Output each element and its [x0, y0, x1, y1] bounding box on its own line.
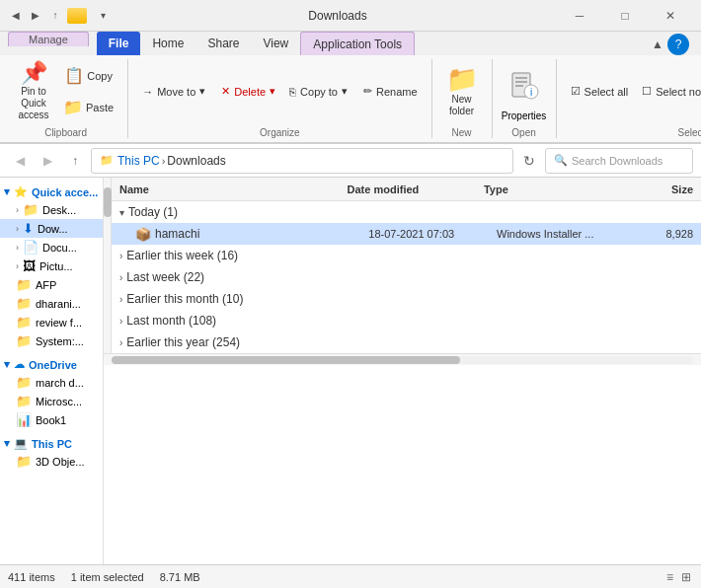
svg-text:i: i — [529, 87, 531, 98]
up-icon[interactable]: ↑ — [47, 8, 63, 24]
folder-icon: 📁 — [16, 375, 32, 390]
group-earlier-month[interactable]: › Earlier this month (10) — [112, 288, 701, 310]
sidebar-item-pictures[interactable]: › 🖼 Pictu... — [0, 257, 103, 275]
organize-row1: → Move to ▾ ✕ Delete ▾ — [136, 82, 281, 101]
properties-button[interactable]: i — [501, 61, 548, 109]
window-controls: ─ □ ✕ — [557, 0, 693, 32]
group-arrow: › — [119, 272, 122, 283]
sidebar-item-3dobjects[interactable]: 📁 3D Obje... — [0, 452, 103, 471]
path-current: Downloads — [167, 154, 225, 168]
copy-paste-group: 📋 Copy 📁 Paste — [57, 61, 119, 122]
col-header-date[interactable]: Date modified — [348, 184, 484, 195]
open-group-label: Open — [501, 125, 548, 138]
group-earlier-year-label: Earlier this year (254) — [126, 335, 240, 349]
excel-icon: 📊 — [16, 412, 32, 427]
close-button[interactable]: ✕ — [648, 0, 693, 32]
sidebar: ▾ ⭐ Quick acce... › 📁 Desk... › ⬇ Dow...… — [0, 178, 104, 564]
ribbon-tab-bar: Manage File Home Share View Application … — [0, 32, 701, 55]
forward-button[interactable]: ▶ — [36, 149, 59, 173]
sidebar-item-review[interactable]: 📁 review f... — [0, 313, 103, 331]
new-folder-label: Newfolder — [449, 94, 474, 117]
ribbon-group-organize: → Move to ▾ ✕ Delete ▾ ⎘ Copy to ▾ ✏ — [132, 59, 431, 138]
delete-button[interactable]: ✕ Delete ▾ — [215, 82, 281, 101]
h-scrollbar-thumb[interactable] — [112, 356, 460, 364]
path-separator: › — [162, 155, 166, 167]
tab-share[interactable]: Share — [195, 32, 251, 55]
status-bar: 411 items 1 item selected 8.71 MB ≡ ⊞ — [0, 564, 701, 588]
status-right: ≡ ⊞ — [664, 568, 693, 586]
copy-to-button[interactable]: ⎘ Copy to ▾ — [283, 82, 353, 101]
sidebar-item-microsoft[interactable]: 📁 Microsc... — [0, 392, 103, 410]
pin-to-quick-access-button[interactable]: 📌 Pin to Quickaccess — [12, 60, 55, 123]
search-placeholder: Search Downloads — [572, 155, 662, 167]
tab-application-tools[interactable]: Application Tools — [300, 32, 415, 55]
group-last-month[interactable]: › Last month (108) — [112, 310, 701, 331]
sidebar-item-system[interactable]: 📁 System:... — [0, 331, 103, 350]
search-box[interactable]: 🔍 Search Downloads — [545, 148, 693, 174]
group-earlier-year[interactable]: › Earlier this year (254) — [112, 331, 701, 353]
folder-icon: 📁 — [16, 277, 32, 292]
moveto-label: Move to — [157, 86, 195, 98]
tab-file[interactable]: File — [97, 32, 141, 55]
paste-button[interactable]: 📁 Paste — [57, 93, 119, 122]
col-header-size[interactable]: Size — [620, 184, 693, 195]
group-today[interactable]: ▾ Today (1) — [112, 201, 701, 223]
scrollbar-thumb[interactable] — [104, 187, 112, 217]
address-bar: ◀ ▶ ↑ 📁 This PC › Downloads ↻ 🔍 Search D… — [0, 144, 701, 178]
tab-home[interactable]: Home — [140, 32, 195, 55]
manage-tab-container: Manage — [0, 32, 89, 55]
sidebar-item-dharani[interactable]: 📁 dharani... — [0, 294, 103, 313]
sidebar-label: Desk... — [42, 204, 76, 216]
organize-row2: ⎘ Copy to ▾ ✏ Rename — [283, 82, 424, 101]
forward-icon[interactable]: ▶ — [28, 8, 43, 24]
tab-view[interactable]: View — [251, 32, 300, 55]
thispc-arrow: ▾ — [4, 437, 10, 450]
rename-button[interactable]: ✏ Rename — [357, 82, 424, 101]
group-earlier-week[interactable]: › Earlier this week (16) — [112, 245, 701, 266]
help-button[interactable]: ? — [667, 34, 689, 55]
group-today-label: Today (1) — [128, 205, 178, 219]
up-button[interactable]: ↑ — [63, 149, 87, 173]
rename-icon: ✏ — [363, 85, 372, 98]
path-this-pc[interactable]: This PC — [117, 154, 160, 168]
new-folder-button[interactable]: 📁 Newfolder — [440, 60, 484, 123]
properties-label: Properties — [502, 110, 547, 121]
select-none-button[interactable]: ☐ Select none — [636, 82, 701, 101]
quick-access-label: Quick acce... — [32, 186, 98, 198]
maximize-button[interactable]: □ — [602, 0, 648, 32]
file-row-hamachi[interactable]: 📦 hamachi 18-07-2021 07:03 Windows Insta… — [112, 223, 701, 245]
sidebar-label: AFP — [36, 279, 56, 291]
details-view-button[interactable]: ≡ — [664, 568, 675, 586]
back-button[interactable]: ◀ — [8, 149, 32, 173]
dropdown-icon[interactable]: ▾ — [95, 8, 111, 24]
large-icons-view-button[interactable]: ⊞ — [679, 568, 693, 586]
sidebar-item-documents[interactable]: › 📄 Docu... — [0, 238, 103, 257]
back-icon[interactable]: ◀ — [8, 8, 24, 24]
sidebar-item-afp[interactable]: 📁 AFP — [0, 275, 103, 294]
sidebar-item-desktop[interactable]: › 📁 Desk... — [0, 200, 103, 219]
minimize-button[interactable]: ─ — [557, 0, 602, 32]
rename-label: Rename — [376, 86, 418, 98]
address-path[interactable]: 📁 This PC › Downloads — [91, 148, 513, 174]
file-list: Name Date modified Type Size ▾ Today (1)… — [104, 178, 701, 564]
ribbon-collapse-btn[interactable]: ▲ — [652, 37, 663, 51]
sidebar-item-downloads[interactable]: › ⬇ Dow... — [0, 219, 103, 238]
col-header-type[interactable]: Type — [484, 184, 620, 195]
group-last-week[interactable]: › Last week (22) — [112, 266, 701, 288]
ribbon-group-clipboard: 📌 Pin to Quickaccess 📋 Copy 📁 Paste — [8, 59, 128, 138]
organize-group-content: → Move to ▾ ✕ Delete ▾ ⎘ Copy to ▾ ✏ — [136, 59, 423, 123]
copyto-label: Copy to — [300, 86, 338, 98]
copy-label: Copy — [87, 70, 113, 82]
move-to-button[interactable]: → Move to ▾ — [136, 82, 211, 101]
main-area: ▾ ⭐ Quick acce... › 📁 Desk... › ⬇ Dow...… — [0, 178, 701, 564]
copy-button[interactable]: 📋 Copy — [57, 61, 119, 91]
sidebar-item-book1[interactable]: 📊 Book1 — [0, 410, 103, 429]
sidebar-label: dharani... — [36, 298, 81, 310]
horizontal-scrollbar[interactable] — [104, 353, 701, 365]
select-all-button[interactable]: ☑ Select all — [565, 82, 635, 101]
file-name: hamachi — [155, 227, 368, 241]
sidebar-item-march[interactable]: 📁 march d... — [0, 373, 103, 392]
new-group-label: New — [440, 125, 484, 138]
col-header-name[interactable]: Name — [119, 184, 348, 195]
refresh-button[interactable]: ↻ — [517, 149, 541, 173]
